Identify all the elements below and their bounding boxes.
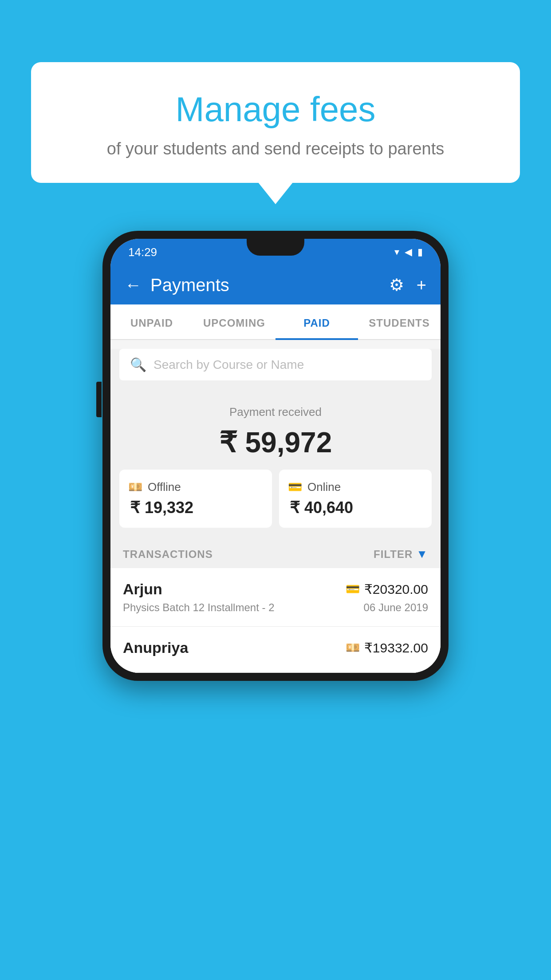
offline-label: Offline	[148, 480, 181, 494]
amount-arjun: ₹20320.00	[364, 581, 428, 597]
speech-bubble-container: Manage fees of your students and send re…	[31, 62, 520, 183]
transactions-label: TRANSACTIONS	[123, 548, 213, 561]
cards-row: 💴 Offline ₹ 19,332 💳 Online ₹ 40,640	[110, 470, 441, 538]
transaction-bottom-arjun: Physics Batch 12 Installment - 2 06 June…	[123, 601, 428, 614]
add-icon[interactable]: +	[417, 276, 426, 295]
phone-mockup: 14:29 ▾ ◀ ▮ ← Payments ⚙ + UNPAID UPCO	[102, 231, 449, 681]
online-label: Online	[307, 480, 341, 494]
search-icon: 🔍	[130, 357, 146, 372]
filter-button[interactable]: FILTER ▼	[374, 547, 428, 561]
offline-amount: ₹ 19,332	[128, 498, 263, 517]
bubble-title: Manage fees	[53, 89, 498, 130]
status-bar: 14:29 ▾ ◀ ▮	[110, 239, 441, 265]
status-icons: ▾ ◀ ▮	[394, 246, 423, 258]
payment-received-label: Payment received	[119, 405, 432, 419]
tab-upcoming[interactable]: UPCOMING	[193, 304, 276, 339]
tabs-bar: UNPAID UPCOMING PAID STUDENTS	[110, 304, 441, 340]
back-button[interactable]: ←	[125, 276, 142, 295]
transaction-row-arjun[interactable]: Arjun 💳 ₹20320.00 Physics Batch 12 Insta…	[110, 568, 441, 627]
online-card-header: 💳 Online	[288, 480, 423, 494]
course-arjun: Physics Batch 12 Installment - 2	[123, 601, 274, 614]
app-bar: ← Payments ⚙ +	[110, 265, 441, 304]
phone-container: 14:29 ▾ ◀ ▮ ← Payments ⚙ + UNPAID UPCO	[102, 231, 449, 681]
offline-payment-icon: 💴	[346, 641, 360, 655]
offline-icon: 💴	[128, 480, 142, 494]
offline-card-header: 💴 Offline	[128, 480, 263, 494]
student-name-anupriya: Anupriya	[123, 639, 188, 656]
battery-icon: ▮	[417, 246, 423, 258]
bubble-subtitle: of your students and send receipts to pa…	[53, 139, 498, 158]
payment-received-section: Payment received ₹ 59,972	[110, 389, 441, 470]
transaction-row-anupriya[interactable]: Anupriya 💴 ₹19332.00	[110, 627, 441, 673]
amount-anupriya: ₹19332.00	[364, 640, 428, 656]
search-placeholder: Search by Course or Name	[153, 358, 304, 372]
student-name-arjun: Arjun	[123, 581, 162, 598]
tab-paid[interactable]: PAID	[276, 304, 358, 339]
notch	[247, 239, 304, 256]
payment-received-amount: ₹ 59,972	[119, 426, 432, 459]
app-bar-title: Payments	[150, 275, 380, 295]
filter-icon: ▼	[416, 547, 428, 561]
search-bar[interactable]: 🔍 Search by Course or Name	[119, 349, 432, 380]
transaction-top-arjun: Arjun 💳 ₹20320.00	[123, 581, 428, 598]
transactions-header: TRANSACTIONS FILTER ▼	[110, 538, 441, 568]
amount-row-anupriya: 💴 ₹19332.00	[346, 640, 428, 656]
phone-screen: 14:29 ▾ ◀ ▮ ← Payments ⚙ + UNPAID UPCO	[110, 239, 441, 673]
app-bar-icons: ⚙ +	[389, 275, 426, 295]
amount-row-arjun: 💳 ₹20320.00	[346, 581, 428, 597]
online-payment-icon: 💳	[346, 582, 360, 596]
signal-icon: ◀	[405, 246, 412, 258]
offline-card: 💴 Offline ₹ 19,332	[119, 470, 272, 528]
speech-bubble: Manage fees of your students and send re…	[31, 62, 520, 183]
date-arjun: 06 June 2019	[364, 601, 428, 614]
content-area: 🔍 Search by Course or Name Payment recei…	[110, 349, 441, 673]
status-time: 14:29	[128, 245, 157, 259]
online-card: 💳 Online ₹ 40,640	[279, 470, 432, 528]
settings-icon[interactable]: ⚙	[389, 275, 404, 295]
tab-students[interactable]: STUDENTS	[358, 304, 441, 339]
tab-unpaid[interactable]: UNPAID	[110, 304, 193, 339]
online-amount: ₹ 40,640	[288, 498, 423, 517]
transaction-top-anupriya: Anupriya 💴 ₹19332.00	[123, 639, 428, 656]
filter-label: FILTER	[374, 548, 413, 561]
wifi-icon: ▾	[394, 246, 399, 258]
online-icon: 💳	[288, 480, 302, 494]
